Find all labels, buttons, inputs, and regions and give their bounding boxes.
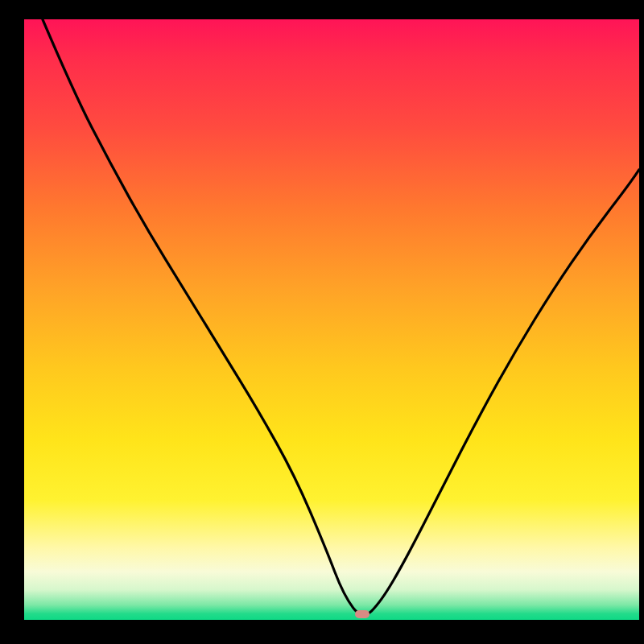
- optimal-point-marker: [355, 610, 369, 618]
- chart-stage: TheBottleneck.com: [0, 0, 644, 644]
- plot-area: [24, 19, 639, 620]
- bottleneck-curve: [24, 19, 639, 620]
- attribution-text: TheBottleneck.com: [486, 2, 638, 20]
